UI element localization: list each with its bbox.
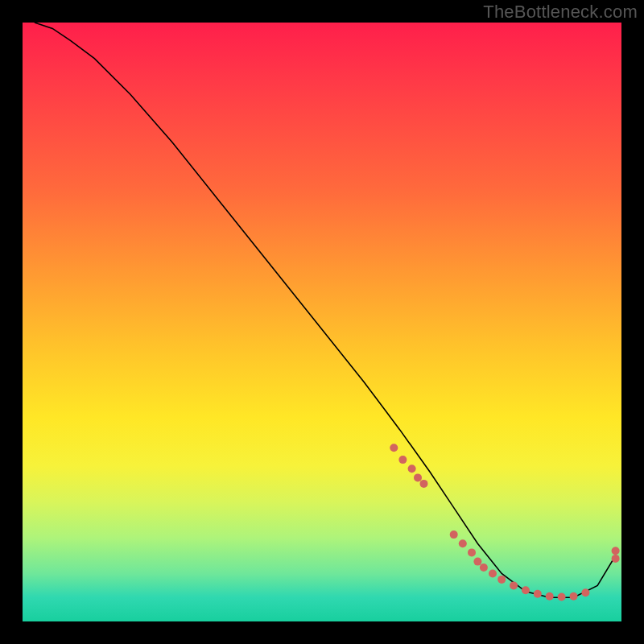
plot-gradient-background (23, 23, 621, 621)
watermark-text: TheBottleneck.com (483, 2, 638, 23)
chart-frame: TheBottleneck.com (0, 0, 644, 644)
